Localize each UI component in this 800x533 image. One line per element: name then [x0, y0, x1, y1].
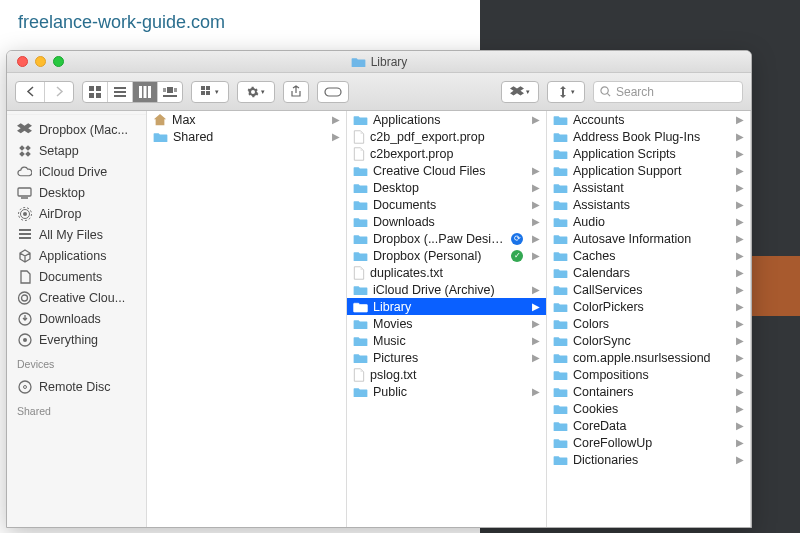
sidebar-item-label: Setapp — [39, 144, 79, 158]
file-item[interactable]: Assistants▶ — [547, 196, 750, 213]
file-item[interactable]: ColorSync▶ — [547, 332, 750, 349]
sidebar-item[interactable]: Documents — [7, 266, 146, 287]
minimize-button[interactable] — [35, 56, 46, 67]
file-item[interactable]: Pictures▶ — [347, 349, 546, 366]
item-name: iCloud Drive (Archive) — [373, 283, 523, 297]
column-1[interactable]: Max▶Shared▶ — [147, 111, 347, 527]
item-icon — [553, 318, 568, 330]
chevron-right-icon: ▶ — [528, 301, 540, 312]
sidebar-item[interactable]: Everything — [7, 329, 146, 350]
column-3[interactable]: Accounts▶Address Book Plug-Ins▶Applicati… — [547, 111, 751, 527]
file-item[interactable]: Dropbox (Personal)✓▶ — [347, 247, 546, 264]
item-icon — [553, 352, 568, 364]
file-item[interactable]: c2b_pdf_export.prop — [347, 128, 546, 145]
titlebar[interactable]: Library — [7, 51, 751, 73]
sidebar-item[interactable]: Setapp — [7, 140, 146, 161]
tags-button[interactable] — [317, 81, 349, 103]
svg-point-36 — [23, 338, 27, 342]
arrange-button[interactable]: ▾ — [191, 81, 229, 103]
sidebar-item[interactable]: Desktop — [7, 182, 146, 203]
sync-button[interactable]: ▾ — [547, 81, 585, 103]
column-2[interactable]: Applications▶c2b_pdf_export.propc2bexpor… — [347, 111, 547, 527]
view-column-button[interactable] — [133, 82, 157, 102]
item-icon — [353, 250, 368, 262]
file-item[interactable]: Dictionaries▶ — [547, 451, 750, 468]
file-item[interactable]: CoreData▶ — [547, 417, 750, 434]
forward-button[interactable] — [45, 82, 73, 102]
svg-rect-7 — [139, 86, 142, 98]
file-item[interactable]: Application Scripts▶ — [547, 145, 750, 162]
file-item[interactable]: Application Support▶ — [547, 162, 750, 179]
folder-icon — [351, 56, 366, 68]
item-name: Address Book Plug-Ins — [573, 130, 727, 144]
file-item[interactable]: Calendars▶ — [547, 264, 750, 281]
file-item[interactable]: duplicates.txt — [347, 264, 546, 281]
file-item[interactable]: Documents▶ — [347, 196, 546, 213]
file-item[interactable]: Desktop▶ — [347, 179, 546, 196]
file-item[interactable]: Music▶ — [347, 332, 546, 349]
item-name: Movies — [373, 317, 523, 331]
item-icon — [553, 301, 568, 313]
chevron-right-icon: ▶ — [732, 352, 744, 363]
file-item[interactable]: Downloads▶ — [347, 213, 546, 230]
sidebar-item[interactable]: iCloud Drive — [7, 161, 146, 182]
item-name: Assistants — [573, 198, 727, 212]
file-item[interactable]: CallServices▶ — [547, 281, 750, 298]
file-item[interactable]: Containers▶ — [547, 383, 750, 400]
file-item[interactable]: Accounts▶ — [547, 111, 750, 128]
back-button[interactable] — [16, 82, 44, 102]
file-item[interactable]: CoreFollowUp▶ — [547, 434, 750, 451]
item-icon — [353, 114, 368, 126]
file-item[interactable]: Movies▶ — [347, 315, 546, 332]
file-item[interactable]: Creative Cloud Files▶ — [347, 162, 546, 179]
item-icon — [153, 131, 168, 143]
item-name: Autosave Information — [573, 232, 727, 246]
close-button[interactable] — [17, 56, 28, 67]
file-item[interactable]: Address Book Plug-Ins▶ — [547, 128, 750, 145]
view-list-button[interactable] — [108, 82, 132, 102]
item-name: Applications — [373, 113, 523, 127]
file-item[interactable]: Applications▶ — [347, 111, 546, 128]
svg-rect-4 — [114, 87, 126, 89]
sidebar-item[interactable]: Downloads — [7, 308, 146, 329]
traffic-lights — [7, 56, 64, 67]
file-item[interactable]: iCloud Drive (Archive)▶ — [347, 281, 546, 298]
chevron-right-icon: ▶ — [528, 233, 540, 244]
sidebar-item[interactable]: Remote Disc — [7, 376, 146, 397]
file-item[interactable]: Library▶ — [347, 298, 546, 315]
search-field[interactable]: Search — [593, 81, 743, 103]
item-name: Downloads — [373, 215, 523, 229]
view-icon-button[interactable] — [83, 82, 107, 102]
file-item[interactable]: Audio▶ — [547, 213, 750, 230]
file-item[interactable]: Caches▶ — [547, 247, 750, 264]
sidebar-item[interactable]: AirDrop — [7, 203, 146, 224]
file-item[interactable]: com.apple.nsurlsessiond▶ — [547, 349, 750, 366]
sidebar-item[interactable]: Dropbox (Mac... — [7, 119, 146, 140]
file-item[interactable]: Public▶ — [347, 383, 546, 400]
chevron-right-icon: ▶ — [732, 386, 744, 397]
dropbox-button[interactable]: ▾ — [501, 81, 539, 103]
sidebar-header-shared: Shared — [7, 397, 146, 419]
file-item[interactable]: Autosave Information▶ — [547, 230, 750, 247]
file-item[interactable]: pslog.txt — [347, 366, 546, 383]
file-item[interactable]: c2bexport.prop — [347, 145, 546, 162]
sidebar-item[interactable]: All My Files — [7, 224, 146, 245]
file-item[interactable]: Colors▶ — [547, 315, 750, 332]
chevron-right-icon: ▶ — [732, 403, 744, 414]
file-item[interactable]: Assistant▶ — [547, 179, 750, 196]
item-name: ColorPickers — [573, 300, 727, 314]
action-button[interactable]: ▾ — [237, 81, 275, 103]
file-item[interactable]: Dropbox (...Paw Design)⟳▶ — [347, 230, 546, 247]
file-item[interactable]: Compositions▶ — [547, 366, 750, 383]
zoom-button[interactable] — [53, 56, 64, 67]
view-coverflow-button[interactable] — [158, 82, 182, 102]
file-item[interactable]: Shared▶ — [147, 128, 346, 145]
sidebar-item[interactable]: Creative Clou... — [7, 287, 146, 308]
file-item[interactable]: Cookies▶ — [547, 400, 750, 417]
sidebar-item[interactable]: Applications — [7, 245, 146, 266]
item-icon — [353, 165, 368, 177]
svg-rect-3 — [96, 93, 101, 98]
file-item[interactable]: ColorPickers▶ — [547, 298, 750, 315]
file-item[interactable]: Max▶ — [147, 111, 346, 128]
share-button[interactable] — [283, 81, 309, 103]
